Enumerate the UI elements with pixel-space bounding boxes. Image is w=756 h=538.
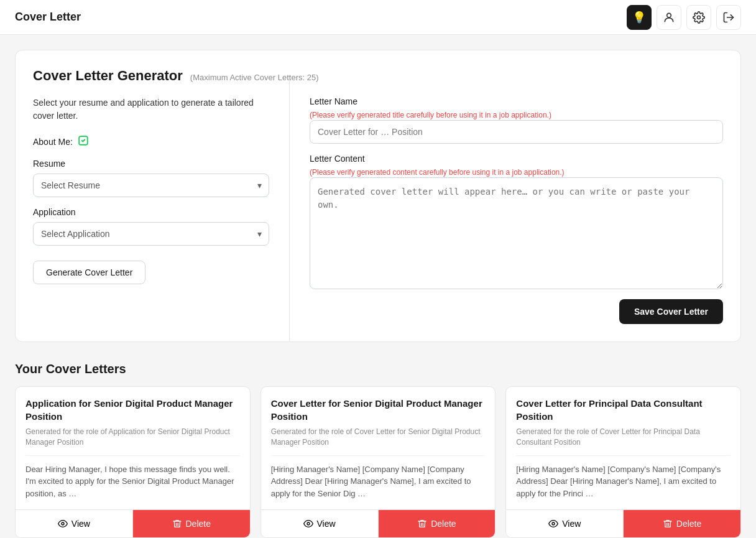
eye-icon [303, 519, 313, 529]
trash-icon [417, 519, 427, 529]
main-content: Cover Letter Generator (Maximum Active C… [0, 35, 756, 538]
generator-max-notice: (Maximum Active Cover Letters: 25) [190, 73, 319, 82]
check-icon [78, 135, 89, 149]
letter-card-title: Application for Senior Digital Product M… [25, 397, 240, 423]
section-title: Your Cover Letters [15, 362, 741, 376]
delete-button[interactable]: Delete [133, 510, 250, 537]
view-button[interactable]: View [261, 510, 378, 537]
resume-field-group: Resume Select Resume [33, 159, 269, 197]
trash-icon [663, 519, 673, 529]
svg-point-0 [667, 13, 671, 17]
settings-icon-button[interactable] [686, 5, 711, 30]
letter-card-meta: Generated for the role of Cover Letter f… [271, 427, 486, 448]
application-select-wrapper: Select Application [33, 222, 269, 246]
svg-point-4 [62, 522, 64, 525]
resume-select[interactable]: Select Resume [33, 174, 269, 197]
header-title: Cover Letter [15, 11, 81, 24]
generator-body: Select your resume and application to ge… [33, 96, 723, 324]
generate-cover-letter-button[interactable]: Generate Cover Letter [33, 261, 145, 284]
header-icons: 💡 [627, 5, 741, 30]
logout-icon-button[interactable] [716, 5, 741, 30]
letter-name-section: Letter Name (Please verify generated tit… [310, 96, 723, 154]
save-cover-letter-button[interactable]: Save Cover Letter [619, 299, 723, 324]
svg-point-1 [698, 16, 701, 19]
letter-card-footer: View Delete [506, 509, 740, 537]
letter-name-input[interactable] [310, 120, 723, 144]
letter-card-meta: Generated for the role of Application fo… [25, 427, 240, 448]
resume-select-wrapper: Select Resume [33, 174, 269, 197]
generator-separator [289, 79, 290, 341]
letter-content-section: Letter Content (Please verify generated … [310, 154, 723, 292]
letters-grid: Application for Senior Digital Product M… [15, 386, 741, 538]
letter-card-preview: Dear Hiring Manager, I hope this message… [25, 455, 240, 500]
generator-left-panel: Select your resume and application to ge… [33, 96, 269, 324]
application-field-group: Application Select Application [33, 207, 269, 246]
letter-card-title: Cover Letter for Senior Digital Product … [271, 397, 486, 423]
generator-header: Cover Letter Generator (Maximum Active C… [33, 68, 723, 84]
letter-name-label: Letter Name [310, 96, 723, 106]
letter-card-footer: View Delete [261, 509, 496, 537]
letter-name-warning: (Please verify generated title carefully… [310, 111, 551, 119]
letter-card-body: Cover Letter for Principal Data Consulta… [506, 387, 740, 509]
application-select[interactable]: Select Application [33, 222, 269, 246]
delete-button[interactable]: Delete [379, 510, 496, 537]
svg-point-5 [307, 522, 310, 525]
letter-card-preview: [Hiring Manager's Name] [Company Name] [… [271, 455, 486, 500]
eye-icon [58, 519, 68, 529]
letter-content-textarea[interactable] [310, 177, 723, 289]
header: Cover Letter 💡 [0, 0, 756, 35]
generator-title: Cover Letter Generator [33, 68, 183, 84]
letter-card-body: Cover Letter for Senior Digital Product … [261, 387, 496, 509]
letter-card: Application for Senior Digital Product M… [15, 386, 251, 538]
delete-button[interactable]: Delete [624, 510, 740, 537]
your-cover-letters-section: Your Cover Letters Application for Senio… [15, 362, 741, 538]
letter-content-warning: (Please verify generated content careful… [310, 168, 565, 177]
letter-card-preview: [Hiring Manager's Name] [Company's Name]… [516, 455, 731, 500]
letter-card-meta: Generated for the role of Cover Letter f… [516, 427, 731, 448]
svg-point-6 [552, 522, 555, 525]
intro-text: Select your resume and application to ge… [33, 96, 269, 123]
bulb-icon-button[interactable]: 💡 [627, 5, 652, 30]
letter-card-body: Application for Senior Digital Product M… [16, 387, 250, 509]
about-me-label: About Me: [33, 137, 73, 147]
letter-card: Cover Letter for Senior Digital Product … [260, 386, 496, 538]
letter-card-title: Cover Letter for Principal Data Consulta… [516, 397, 731, 423]
view-button[interactable]: View [16, 510, 132, 537]
application-label: Application [33, 207, 269, 217]
view-button[interactable]: View [506, 510, 623, 537]
resume-label: Resume [33, 159, 269, 169]
eye-icon [548, 519, 558, 529]
generator-right-panel: Letter Name (Please verify generated tit… [310, 96, 723, 324]
generator-card: Cover Letter Generator (Maximum Active C… [15, 50, 741, 342]
about-me-row: About Me: [33, 135, 269, 149]
letter-card: Cover Letter for Principal Data Consulta… [505, 386, 741, 538]
letter-card-footer: View Delete [16, 509, 250, 537]
profile-icon-button[interactable] [657, 5, 681, 30]
trash-icon [172, 519, 182, 529]
right-footer: Save Cover Letter [310, 299, 723, 324]
letter-content-label: Letter Content [310, 154, 723, 164]
